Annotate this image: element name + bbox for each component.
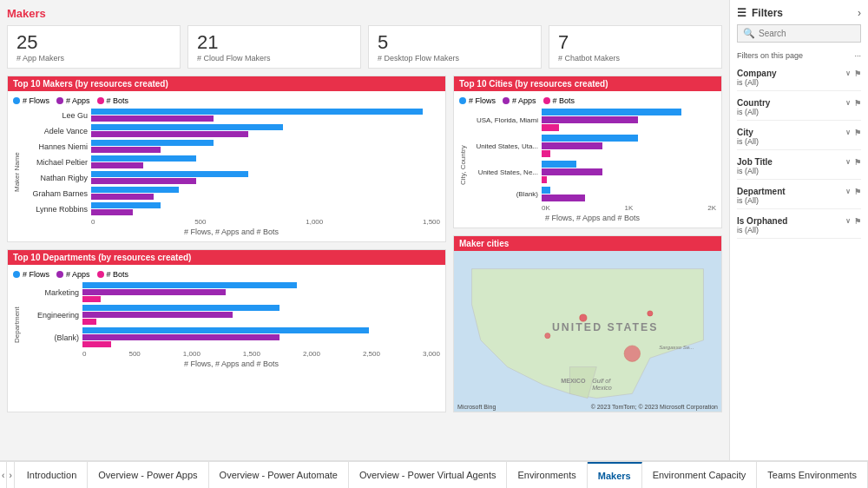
svg-point-7	[580, 314, 587, 321]
search-icon: 🔍	[743, 28, 755, 39]
tab-overview-powerapps[interactable]: Overview - Power Apps	[88, 462, 208, 488]
stats-row: 25# App Makers21# Cloud Flow Makers5# De…	[7, 25, 722, 69]
tab-nav-prev[interactable]: ‹	[0, 462, 7, 488]
departments-legend: # Flows # Apps # Bots	[13, 270, 440, 279]
svg-point-6	[624, 346, 640, 361]
filters-panel: ☰ Filters › 🔍 Filters on this page ··· C…	[729, 0, 868, 460]
svg-text:UNITED STATES: UNITED STATES	[552, 322, 659, 334]
makers-x-axis: # Flows, # Apps and # Bots	[23, 228, 440, 236]
map-logo: Microsoft Bing	[457, 404, 496, 410]
stat-label: # App Makers	[16, 54, 171, 63]
dept-x-axis: # Flows, # Apps and # Bots	[23, 359, 440, 368]
cities-bar-chart: USA, Florida, Miami United States, Uta..…	[469, 109, 716, 201]
dept-pin-icon[interactable]: ⚑	[854, 188, 861, 196]
cities-y-axis: City, Country	[459, 109, 467, 222]
stat-card: 7# Chatbot Makers	[549, 25, 722, 69]
svg-text:MEXICO: MEXICO	[561, 378, 586, 385]
svg-text:Gulf of: Gulf of	[592, 378, 611, 385]
dept-y-axis: Department	[13, 282, 21, 368]
filter-search-input[interactable]	[759, 29, 855, 38]
cities-x-axis: # Flows, # Apps and # Bots	[469, 214, 716, 222]
job-title-chevron[interactable]: ∨	[845, 158, 851, 167]
filters-on-page-label: Filters on this page ···	[737, 51, 861, 60]
stat-number: 21	[197, 31, 352, 54]
tab-introduction[interactable]: Introduction	[16, 462, 88, 488]
tab-environments[interactable]: Environments	[507, 462, 587, 488]
svg-point-9	[545, 333, 550, 339]
stat-number: 5	[378, 31, 532, 54]
top10-cities-title: Top 10 Cities (by resources created)	[454, 76, 721, 91]
svg-text:Mexico: Mexico	[592, 385, 612, 392]
stat-label: # Chatbot Makers	[558, 54, 713, 63]
filter-job-title: Job Title∨⚑ is (All)	[737, 157, 861, 180]
filter-department: Department∨⚑ is (All)	[737, 187, 861, 209]
stat-card: 21# Cloud Flow Makers	[187, 25, 361, 69]
legend-bots: # Bots	[107, 96, 129, 105]
tab-overview-powerautomate[interactable]: Overview - Power Automate	[209, 462, 349, 488]
tab-overview-pva[interactable]: Overview - Power Virtual Agents	[349, 462, 508, 488]
company-pin-icon[interactable]: ⚑	[854, 69, 861, 78]
filter-city: City∨⚑ is (All)	[737, 128, 861, 150]
svg-point-8	[648, 311, 653, 316]
stat-number: 7	[558, 31, 713, 54]
orphaned-pin-icon[interactable]: ⚑	[854, 217, 861, 226]
stat-card: 25# App Makers	[7, 25, 181, 69]
top10-departments-title: Top 10 Departments (by resources created…	[8, 250, 445, 265]
maker-cities-map: Gulf of Mexico MEXICO Sargasso Se... UNI…	[454, 251, 721, 412]
makers-bar-chart: Lee Gu Adele Vance Hannes Niemi Michael …	[23, 109, 440, 215]
dept-chevron[interactable]: ∨	[845, 188, 851, 196]
orphaned-chevron[interactable]: ∨	[845, 217, 851, 226]
country-chevron[interactable]: ∨	[845, 99, 851, 108]
legend-flows: # Flows	[23, 96, 49, 105]
filter-is-orphaned: Is Orphaned∨⚑ is (All)	[737, 216, 861, 239]
filter-search-box[interactable]: 🔍	[737, 24, 861, 43]
stat-label: # Desktop Flow Makers	[378, 54, 532, 63]
tab-environment-capacity[interactable]: Environment Capacity	[642, 462, 758, 488]
city-chevron[interactable]: ∨	[845, 129, 851, 137]
page-title: Makers	[7, 7, 722, 20]
tab-nav-next[interactable]: ›	[7, 462, 14, 488]
stat-number: 25	[16, 31, 171, 54]
city-pin-icon[interactable]: ⚑	[854, 129, 861, 137]
svg-text:Sargasso Se...: Sargasso Se...	[659, 344, 694, 350]
stat-label: # Cloud Flow Makers	[197, 54, 352, 63]
top10-departments-chart: Top 10 Departments (by resources created…	[7, 249, 446, 412]
map-footer: © 2023 TomTom; © 2023 Microsoft Corporat…	[591, 404, 718, 410]
filter-funnel-icon: ☰	[737, 7, 746, 19]
cities-legend: # Flows # Apps # Bots	[459, 96, 716, 105]
departments-bar-chart: Marketing Engineering (Blank)	[23, 282, 440, 347]
filter-country: Country∨⚑ is (All)	[737, 98, 861, 121]
bottom-tabs: ‹ › Introduction Overview - Power Apps O…	[0, 460, 868, 488]
stat-card: 5# Desktop Flow Makers	[368, 25, 542, 69]
tab-teams-environments[interactable]: Teams Environments	[757, 462, 868, 488]
filters-collapse-button[interactable]: ›	[858, 7, 861, 19]
maker-cities-title: Maker cities	[454, 236, 721, 251]
country-pin-icon[interactable]: ⚑	[854, 99, 861, 108]
top10-cities-chart: Top 10 Cities (by resources created) # F…	[453, 76, 722, 228]
top10-makers-chart: Top 10 Makers (by resources created) # F…	[7, 76, 446, 242]
filter-company: Company∨⚑ is (All)	[737, 69, 861, 91]
tab-makers[interactable]: Makers	[588, 462, 642, 488]
company-chevron[interactable]: ∨	[845, 69, 851, 78]
maker-cities-chart: Maker cities Gulf of Mexico	[453, 235, 722, 412]
makers-legend: # Flows # Apps # Bots	[13, 96, 440, 105]
job-title-pin-icon[interactable]: ⚑	[854, 158, 861, 167]
legend-apps: # Apps	[66, 96, 90, 105]
makers-y-axis: Maker Name	[13, 109, 21, 236]
filters-title: ☰ Filters	[737, 7, 783, 19]
top10-makers-title: Top 10 Makers (by resources created)	[8, 76, 445, 91]
